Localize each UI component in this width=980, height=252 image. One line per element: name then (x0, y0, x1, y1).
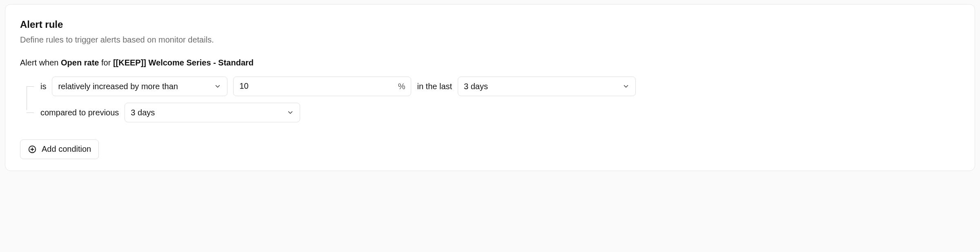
threshold-unit: % (398, 81, 405, 92)
rule-row-primary: is relatively increased by more than % i… (40, 76, 960, 96)
chevron-down-icon (214, 83, 221, 90)
card-title: Alert rule (20, 18, 960, 32)
threshold-input[interactable] (239, 81, 394, 91)
timerange-select[interactable]: 3 days (458, 76, 636, 96)
timerange-value: 3 days (464, 81, 488, 92)
compared-to-label: compared to previous (40, 107, 119, 118)
sentence-for: for (99, 58, 113, 67)
sentence-metric: Open rate (61, 58, 99, 67)
in-the-last-label: in the last (417, 81, 452, 92)
sentence-flow-name: [[KEEP]] Welcome Series - Standard (113, 58, 254, 67)
chevron-down-icon (287, 109, 294, 116)
threshold-input-wrap[interactable]: % (233, 76, 411, 96)
comparator-value: relatively increased by more than (58, 81, 178, 92)
alert-sentence: Alert when Open rate for [[KEEP]] Welcom… (20, 57, 960, 68)
comparator-select[interactable]: relatively increased by more than (52, 76, 227, 96)
baseline-select[interactable]: 3 days (125, 103, 300, 122)
card-subtitle: Define rules to trigger alerts based on … (20, 34, 960, 45)
rule-row-compared: compared to previous 3 days (40, 103, 960, 122)
rule-conditions-block: is relatively increased by more than % i… (22, 76, 960, 122)
baseline-value: 3 days (131, 107, 155, 118)
plus-circle-icon (28, 145, 37, 154)
alert-rule-card: Alert rule Define rules to trigger alert… (5, 4, 975, 171)
chevron-down-icon (622, 83, 630, 90)
sentence-prefix: Alert when (20, 58, 61, 67)
add-condition-button[interactable]: Add condition (20, 140, 99, 159)
add-condition-label: Add condition (42, 144, 91, 154)
is-label: is (40, 81, 46, 92)
